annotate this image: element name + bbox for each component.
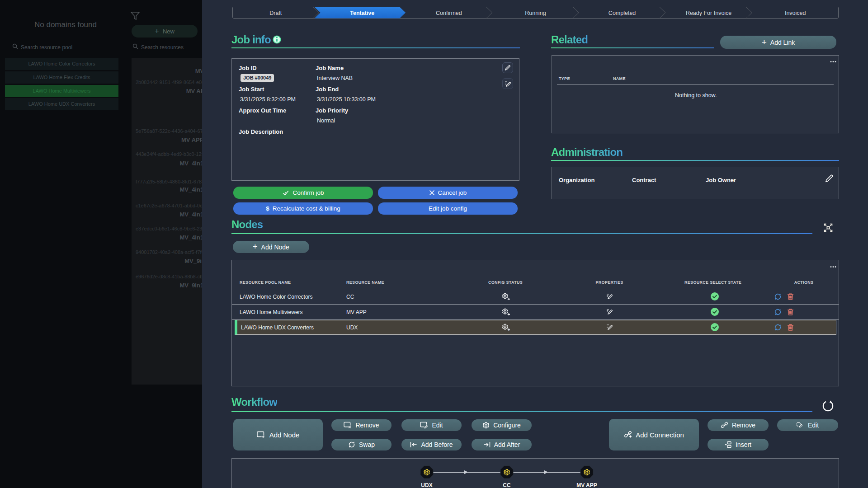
svg-text:Completed: Completed <box>609 10 636 16</box>
svg-text:Draft: Draft <box>269 10 282 16</box>
svg-text:Ready For Invoice: Ready For Invoice <box>686 10 731 16</box>
svg-text:Running: Running <box>525 10 546 16</box>
svg-text:Tentative: Tentative <box>350 10 374 16</box>
svg-text:Invoiced: Invoiced <box>785 10 806 16</box>
svg-text:Confirmed: Confirmed <box>436 10 462 16</box>
